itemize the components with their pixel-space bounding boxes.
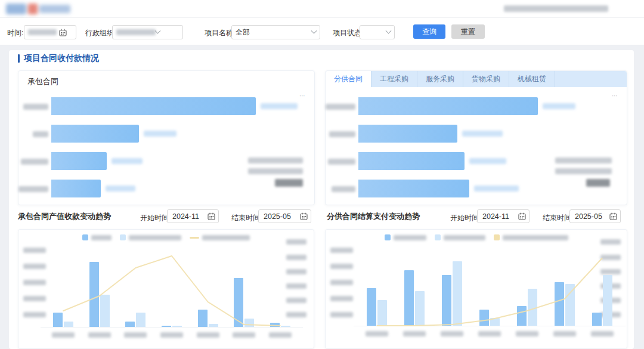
hbar-bar (358, 97, 538, 115)
hbar-row (18, 180, 314, 197)
legend-swatch (120, 234, 126, 240)
bar-series2 (453, 261, 462, 326)
org-label: 行政组织: (85, 28, 116, 38)
app-header (0, 0, 644, 18)
bar-series1 (89, 262, 99, 327)
hbar-value-blurred (543, 103, 575, 109)
hbar-row (18, 125, 314, 143)
org-select[interactable] (112, 25, 183, 39)
project-status-select[interactable] (360, 25, 395, 39)
y-tick-right-blurred (286, 239, 306, 245)
hbar-value-blurred (112, 158, 143, 164)
main-card: 项目合同收付款情况 承包合同 ⋯ 分供合同工程采购服务采购货物采购机械租赁 ⋯ … (9, 50, 634, 349)
bar-series1 (555, 282, 564, 326)
time-input[interactable] (24, 25, 76, 39)
y-tick-right-blurred (286, 312, 306, 317)
x-tick-blurred (88, 332, 111, 338)
legend-swatch (82, 234, 88, 240)
section-title: 项目合同收付款情况 (24, 53, 99, 64)
legend-item[interactable] (435, 234, 485, 240)
filter-bar: 时间: 行政组织: 项目名称: 全部 项目状态: 查询 重置 (0, 18, 644, 45)
project-name-select[interactable]: 全部 (231, 25, 320, 39)
summary-line-blurred (248, 157, 303, 163)
y-tick-blurred (330, 312, 353, 317)
legend-item[interactable] (494, 234, 568, 240)
app-logo (6, 3, 70, 15)
tab-服务采购[interactable]: 服务采购 (417, 71, 463, 87)
bar-series2 (603, 275, 612, 326)
subcontract-trend-title: 分供合同结算支付变动趋势 (327, 211, 420, 222)
hbar-value-blurred (106, 186, 135, 192)
bar-series2 (100, 295, 110, 327)
legend-swatch (385, 234, 391, 240)
query-button[interactable]: 查询 (413, 24, 445, 39)
legend-item[interactable] (120, 234, 181, 240)
legend-item[interactable] (385, 234, 426, 240)
tab-工程采购[interactable]: 工程采购 (371, 71, 417, 87)
chart-legend (18, 234, 314, 240)
trend-line-series (18, 230, 315, 349)
y-tick-right-blurred (286, 283, 306, 289)
tab-货物采购[interactable]: 货物采购 (463, 71, 509, 87)
project-name-label: 项目名称: (205, 28, 235, 38)
x-tick-blurred (197, 332, 219, 338)
x-tick-blurred (233, 332, 255, 338)
section-header: 项目合同收付款情况 (18, 53, 99, 64)
hbar-bar (51, 125, 139, 143)
bar-series1 (442, 275, 451, 326)
subcontract-panel: 分供合同工程采购服务采购货物采购机械租赁 ⋯ (325, 70, 627, 205)
bar-series1 (367, 288, 376, 326)
x-tick-blurred (269, 332, 292, 338)
tab-机械租赁[interactable]: 机械租赁 (509, 71, 555, 87)
contract-panel: 承包合同 ⋯ (18, 70, 315, 205)
bar-series1 (592, 313, 602, 326)
x-tick-blurred (478, 331, 501, 336)
legend-swatch (435, 234, 441, 240)
subcontract-trend-end-date-picker[interactable]: 2025-05 (569, 209, 621, 223)
legend-swatch (190, 237, 199, 239)
hbar-label-blurred (18, 102, 51, 110)
x-tick-blurred (52, 332, 75, 338)
subcontract-trend-start-date-picker[interactable]: 2024-11 (477, 209, 530, 223)
reset-button[interactable]: 重置 (451, 24, 485, 39)
hbar-row (18, 97, 314, 115)
x-tick-blurred (441, 331, 463, 336)
x-tick-blurred (591, 331, 614, 336)
contract-trend-start-date-picker[interactable]: 2024-11 (167, 209, 219, 223)
legend-text-blurred (503, 235, 568, 240)
time-value-blurred (28, 29, 57, 35)
hbar-row (326, 125, 627, 143)
hbar-value-blurred (474, 186, 519, 192)
legend-text-blurred (394, 235, 426, 240)
hbar-row (326, 180, 627, 197)
contract-trend-end-date-picker[interactable]: 2025-05 (258, 209, 311, 223)
project-status-label: 项目状态: (333, 28, 363, 38)
chevron-down-icon (155, 27, 161, 33)
y-tick-blurred (330, 264, 353, 269)
legend-item[interactable] (82, 234, 112, 240)
hbar-bar (358, 125, 457, 143)
y-tick-right-blurred (286, 269, 306, 274)
y-tick-right-blurred (286, 298, 306, 303)
end-time-label: 结束时间: (231, 213, 262, 223)
legend-text-blurred (202, 235, 250, 240)
bar-series2 (415, 291, 425, 326)
bar-series1 (270, 323, 280, 327)
bar-series1 (517, 306, 527, 326)
y-tick-blurred (330, 248, 353, 253)
hbar-row (326, 97, 627, 115)
tab-分供合同[interactable]: 分供合同 (326, 71, 371, 87)
calendar-icon (609, 212, 617, 220)
legend-text-blurred (444, 235, 485, 240)
start-date-value: 2024-11 (482, 212, 516, 221)
bar-series2 (565, 284, 575, 326)
bar-series2 (490, 318, 500, 326)
legend-item[interactable] (190, 235, 250, 240)
chart-legend (326, 234, 627, 240)
bar-series2 (136, 313, 145, 327)
summary-total-blurred (586, 179, 610, 187)
y-tick-blurred (23, 312, 46, 317)
hbar-label-blurred (326, 102, 358, 110)
contract-panel-title: 承包合同 (27, 76, 58, 87)
time-label: 时间: (7, 28, 23, 38)
